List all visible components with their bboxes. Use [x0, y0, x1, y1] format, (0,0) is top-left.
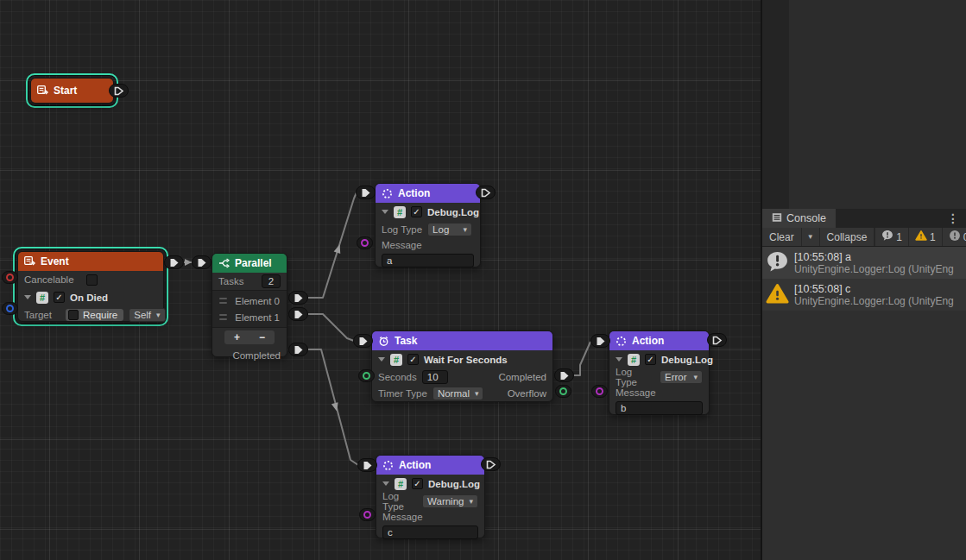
- task-seconds-port[interactable]: [358, 369, 375, 382]
- node-start[interactable]: Start: [30, 78, 114, 104]
- action-a-input-port[interactable]: [356, 186, 376, 199]
- action-c-input-port[interactable]: [357, 458, 377, 472]
- event-output-port[interactable]: [164, 255, 184, 269]
- remove-element-button[interactable]: −: [259, 332, 265, 343]
- wire-arrow: [334, 243, 344, 254]
- action-node-icon: [616, 336, 627, 347]
- wire-task-to-action-b[interactable]: [573, 342, 590, 375]
- action-a-message-port[interactable]: [357, 236, 373, 249]
- warning-count: 1: [930, 231, 936, 243]
- action-b-message-port[interactable]: [591, 385, 608, 398]
- node-action-b[interactable]: Action Debug.Log Log Type Error Message …: [609, 330, 710, 415]
- message-input[interactable]: b: [616, 401, 703, 415]
- console-log-list: [10:55:08] a UnityEngine.Logger:Log (Uni…: [762, 247, 966, 560]
- log-line-1: [10:55:08] c: [794, 283, 954, 295]
- warning-count-button[interactable]: 1: [908, 228, 942, 246]
- tab-console[interactable]: Console: [762, 209, 836, 228]
- parallel-completed-port[interactable]: [288, 343, 308, 356]
- action-enabled-checkbox[interactable]: [411, 206, 422, 217]
- log-bubble-icon: [881, 230, 893, 244]
- tasks-count-field[interactable]: 2: [262, 274, 281, 288]
- node-action-a[interactable]: Action Debug.Log Log Type Log Message a: [375, 183, 481, 267]
- drag-handle-icon[interactable]: [219, 314, 227, 320]
- script-asset-icon: [36, 292, 48, 304]
- parallel-input-port[interactable]: [192, 255, 212, 269]
- wire-element0-to-action-a[interactable]: [308, 192, 357, 298]
- drag-handle-icon[interactable]: [219, 298, 227, 304]
- message-label: Message: [382, 240, 422, 250]
- element-0-row[interactable]: Element 0: [212, 293, 287, 309]
- start-output-port[interactable]: [109, 84, 129, 98]
- overflow-label: Overflow: [508, 388, 546, 399]
- task-enabled-checkbox[interactable]: [407, 354, 419, 365]
- action-b-input-port[interactable]: [590, 334, 610, 348]
- cancelable-label: Cancelable: [24, 274, 74, 285]
- message-input[interactable]: c: [382, 525, 478, 539]
- parallel-element1-port[interactable]: [288, 307, 308, 321]
- log-type-dropdown[interactable]: Error: [660, 370, 703, 384]
- error-count-button[interactable]: 0: [942, 228, 966, 246]
- log-type-value: Error: [665, 372, 687, 382]
- timer-type-dropdown[interactable]: Normal: [432, 387, 484, 400]
- task-overflow-port[interactable]: [555, 385, 571, 398]
- node-parallel[interactable]: Parallel Tasks 2 Element 0 Element 1 + −: [212, 253, 287, 357]
- message-input[interactable]: a: [382, 254, 474, 267]
- target-value: Self: [134, 310, 151, 320]
- element-1-row[interactable]: Element 1: [212, 309, 287, 325]
- clear-dropdown-icon[interactable]: ▼: [802, 228, 820, 246]
- node-action-c[interactable]: Action Debug.Log Log Type Warning Messag…: [376, 455, 485, 538]
- action-c-message-port[interactable]: [359, 508, 376, 521]
- foldout-icon[interactable]: [382, 210, 388, 214]
- parallel-element0-port[interactable]: [288, 291, 308, 305]
- console-log-entry[interactable]: [10:55:08] a UnityEngine.Logger:Log (Uni…: [762, 247, 966, 279]
- log-type-label: Log Type: [382, 491, 417, 512]
- target-label: Target: [24, 310, 52, 320]
- kebab-menu-icon[interactable]: [940, 209, 966, 228]
- script-name: Debug.Log: [427, 207, 479, 217]
- console-tab-bar: Console: [762, 209, 966, 228]
- action-enabled-checkbox[interactable]: [412, 478, 423, 489]
- tasks-label: Tasks: [218, 276, 243, 286]
- collapse-button[interactable]: Collapse: [820, 228, 875, 246]
- action-c-output-port[interactable]: [481, 457, 501, 471]
- node-event[interactable]: Event Cancelable On Died Target Require: [17, 251, 164, 322]
- action-node-icon: [382, 188, 393, 199]
- require-toggle[interactable]: Require: [66, 309, 123, 321]
- log-count-button[interactable]: 1: [874, 228, 908, 246]
- console-tab-label: Console: [786, 212, 826, 224]
- log-type-dropdown[interactable]: Log: [427, 223, 472, 236]
- action-a-output-port[interactable]: [476, 186, 496, 199]
- cancelable-checkbox[interactable]: [86, 274, 98, 286]
- add-element-button[interactable]: +: [234, 332, 240, 343]
- seconds-label: Seconds: [378, 372, 417, 382]
- clear-button[interactable]: Clear: [762, 228, 802, 246]
- task-input-port[interactable]: [353, 334, 373, 348]
- foldout-icon[interactable]: [616, 357, 622, 362]
- task-completed-port[interactable]: [554, 368, 574, 382]
- node-task[interactable]: Task Wait For Seconds Seconds 10 Complet…: [371, 330, 553, 402]
- script-name: Debug.Log: [428, 479, 480, 489]
- foldout-icon[interactable]: [382, 481, 389, 486]
- console-log-entry[interactable]: [10:55:08] c UnityEngine.Logger:Log (Uni…: [762, 279, 966, 311]
- script-name: Wait For Seconds: [424, 355, 508, 365]
- wire-completed-to-action-c[interactable]: [308, 349, 358, 465]
- action-b-output-port[interactable]: [707, 333, 727, 347]
- wire-element1-to-task[interactable]: [308, 314, 354, 341]
- warning-icon: [915, 230, 927, 244]
- log-count: 1: [896, 231, 902, 243]
- behavior-graph-canvas[interactable]: Start Event Cancelable On Died: [0, 0, 761, 560]
- event-enabled-checkbox[interactable]: [54, 292, 65, 303]
- script-asset-icon: [395, 478, 407, 490]
- event-cancelable-port[interactable]: [2, 271, 18, 284]
- foldout-icon[interactable]: [378, 357, 385, 362]
- action-enabled-checkbox[interactable]: [645, 354, 656, 365]
- foldout-icon[interactable]: [24, 295, 31, 299]
- log-line-2: UnityEngine.Logger:Log (UnityEng: [794, 295, 954, 307]
- require-checkbox[interactable]: [68, 310, 79, 320]
- event-target-port[interactable]: [2, 302, 18, 315]
- list-size-buttons: + −: [224, 330, 275, 344]
- seconds-input[interactable]: 10: [422, 370, 448, 384]
- log-type-dropdown[interactable]: Warning: [422, 494, 478, 508]
- event-node-icon: [37, 85, 48, 96]
- target-dropdown[interactable]: Self: [129, 308, 165, 322]
